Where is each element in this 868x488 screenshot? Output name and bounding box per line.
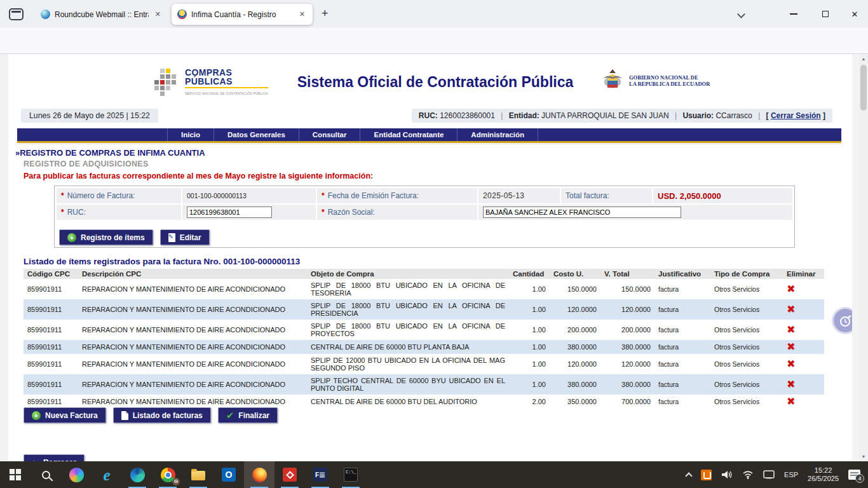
numero-factura-value: 001-100-000000113 bbox=[187, 192, 247, 200]
cell-codigo: 859901911 bbox=[24, 320, 78, 340]
taskbar-search-button[interactable] bbox=[31, 461, 61, 488]
items-table: Código CPC Descripción CPC Objeto de Com… bbox=[24, 269, 824, 409]
regresar-button[interactable]: ⬅ Regresar bbox=[24, 454, 85, 461]
scrollbar-up-icon[interactable]: ▲ bbox=[859, 54, 868, 64]
taskbar-copilot-button[interactable] bbox=[61, 461, 92, 488]
delete-icon[interactable]: ✖ bbox=[787, 341, 795, 353]
taskbar-clock[interactable]: 15:22 26/5/2025 bbox=[808, 466, 839, 483]
page-content: COMPRAS PÚBLICAS SERVICIO NACIONAL DE CO… bbox=[0, 54, 868, 461]
cell-objeto: CENTRAL DE AIRE DE 60000 BTU PLANTA BAJA bbox=[307, 340, 509, 354]
cell-tipo: Otros Servicios bbox=[710, 320, 783, 340]
razon-social-label-cell: * Razón Social: bbox=[317, 205, 477, 220]
delete-icon[interactable]: ✖ bbox=[787, 395, 795, 407]
cell-objeto: SPLIP TECHO CENTRAL DE 60000 BYU UBICADO… bbox=[307, 374, 509, 395]
nav-item-consultar[interactable]: Consultar bbox=[299, 128, 361, 141]
razon-social-input[interactable] bbox=[483, 207, 681, 218]
cell-codigo: 859901911 bbox=[24, 395, 78, 409]
taskbar-edge-button[interactable] bbox=[122, 461, 153, 488]
folder-icon bbox=[191, 471, 205, 480]
cell-justificativo: factura bbox=[654, 299, 710, 320]
registro-items-button[interactable]: + Registro de ítems bbox=[59, 229, 153, 245]
scrollbar-thumb[interactable] bbox=[860, 65, 867, 111]
editar-button[interactable]: Editar bbox=[160, 229, 210, 245]
delete-icon[interactable]: ✖ bbox=[787, 358, 795, 370]
usuario-label: Usuario: bbox=[682, 111, 714, 120]
gov-text-line: GOBIERNO NACIONAL DE bbox=[629, 74, 698, 81]
taskbar-forticlient-button[interactable]: F☰ bbox=[305, 461, 336, 488]
logout-link[interactable]: Cerrar Sesión bbox=[771, 111, 821, 120]
window-restore-button[interactable] bbox=[815, 6, 836, 22]
usuario-value: CCarrasco bbox=[715, 111, 752, 120]
header-v-total: V. Total bbox=[600, 269, 654, 279]
cell-v-total: 120.0000 bbox=[600, 354, 654, 374]
cell-descripcion: REPARACION Y MANTENIMIENTO DE AIRE ACOND… bbox=[78, 279, 307, 299]
minimize-icon bbox=[790, 13, 797, 15]
taskbar-firefox-button[interactable] bbox=[244, 461, 275, 488]
delete-icon[interactable]: ✖ bbox=[787, 283, 795, 295]
nav-item-administracion[interactable]: Administración bbox=[458, 128, 538, 141]
wifi-icon[interactable] bbox=[742, 470, 754, 479]
notification-center-icon[interactable]: 4 bbox=[848, 470, 860, 480]
table-header-row: Código CPC Descripción CPC Objeto de Com… bbox=[24, 269, 824, 279]
java-update-icon[interactable] bbox=[701, 470, 712, 480]
nueva-factura-button[interactable]: + Nueva Factura bbox=[24, 407, 106, 423]
delete-icon[interactable]: ✖ bbox=[787, 378, 795, 390]
ecuador-coat-of-arms-icon bbox=[600, 68, 625, 93]
nav-item-entidad-contratante[interactable]: Entidad Contratante bbox=[360, 128, 458, 141]
cast-screen-icon[interactable] bbox=[763, 470, 775, 479]
table-row: 859901911 REPARACION Y MANTENIMIENTO DE … bbox=[24, 279, 824, 299]
taskbar-internet-explorer-button[interactable]: e bbox=[92, 461, 122, 488]
tab-roundcube[interactable]: Roundcube Webmail :: Entrada ✕ bbox=[35, 4, 168, 25]
nav-item-datos-generales[interactable]: Datos Generales bbox=[214, 128, 299, 141]
breadcrumb: »REGISTRO DE COMPRAS DE INFIMA CUANTIA bbox=[15, 144, 841, 158]
nav-item-inicio[interactable]: Inicio bbox=[167, 128, 214, 141]
cell-descripcion: REPARACION Y MANTENIMIENTO DE AIRE ACOND… bbox=[78, 374, 307, 395]
cell-tipo: Otros Servicios bbox=[710, 354, 783, 374]
ruc-input[interactable] bbox=[187, 207, 272, 218]
taskbar-outlook-button[interactable]: O bbox=[214, 461, 244, 488]
finalizar-button[interactable]: ✔ Finalizar bbox=[218, 407, 278, 423]
cell-descripcion: REPARACION Y MANTENIMIENTO DE AIRE ACOND… bbox=[78, 299, 307, 320]
firefox-view-icon[interactable] bbox=[9, 8, 24, 20]
cell-justificativo: factura bbox=[654, 320, 710, 340]
taskbar-terminal-button[interactable]: C:\_ bbox=[336, 461, 366, 488]
window-minimize-button[interactable] bbox=[783, 6, 804, 22]
windows-logo-icon bbox=[10, 469, 21, 480]
cell-codigo: 859901911 bbox=[24, 299, 78, 320]
ruc-label: RUC: bbox=[419, 111, 438, 120]
scrollbar-down-icon[interactable]: ▼ bbox=[859, 452, 868, 461]
cell-cantidad: 1.00 bbox=[509, 320, 550, 340]
numero-factura-label-cell: * Número de Factura: bbox=[57, 188, 181, 203]
tab-infima-cuantia[interactable]: Infima Cuantía - Registro ✕ bbox=[172, 4, 313, 25]
delete-icon[interactable]: ✖ bbox=[787, 303, 795, 315]
start-button[interactable] bbox=[0, 461, 31, 488]
new-tab-button[interactable]: + bbox=[322, 7, 329, 20]
language-indicator[interactable]: ESP bbox=[784, 471, 798, 478]
plus-icon: + bbox=[32, 411, 41, 420]
notification-count-badge: 4 bbox=[855, 474, 864, 483]
volume-icon[interactable] bbox=[721, 470, 733, 479]
taskbar-acrobat-button[interactable] bbox=[275, 461, 305, 488]
invoice-form: * Número de Factura: 001-100-000000113 *… bbox=[54, 186, 795, 248]
search-icon bbox=[42, 471, 50, 479]
razon-social-label: Razón Social: bbox=[328, 208, 375, 217]
window-close-button[interactable]: ✕ bbox=[844, 6, 865, 22]
list-tabs-chevron-icon[interactable] bbox=[737, 10, 745, 18]
tab-close-icon[interactable]: ✕ bbox=[297, 9, 307, 20]
taskbar-chrome-button[interactable]: G bbox=[153, 461, 183, 488]
razon-social-input-cell bbox=[478, 205, 792, 220]
tab-close-icon[interactable]: ✕ bbox=[153, 9, 163, 20]
logo-mosaic-icon bbox=[160, 74, 165, 79]
delete-icon[interactable]: ✖ bbox=[787, 323, 795, 336]
items-list-title: Listado de ítems registrados para la fac… bbox=[24, 257, 300, 266]
listado-facturas-button[interactable]: Listado de facturas bbox=[113, 407, 211, 423]
taskbar-file-explorer-button[interactable] bbox=[183, 461, 214, 488]
total-factura-value: USD. 2,050.0000 bbox=[658, 191, 721, 201]
cell-justificativo: factura bbox=[654, 395, 710, 409]
total-factura-value-cell: USD. 2,050.0000 bbox=[653, 188, 792, 203]
internet-explorer-icon: e bbox=[103, 468, 110, 482]
tray-expand-chevron-icon[interactable] bbox=[685, 472, 692, 479]
table-row: 859901911 REPARACION Y MANTENIMIENTO DE … bbox=[24, 395, 824, 409]
cell-v-total: 150.0000 bbox=[600, 279, 654, 299]
page-scrollbar[interactable]: ▲ ▼ bbox=[859, 54, 868, 461]
